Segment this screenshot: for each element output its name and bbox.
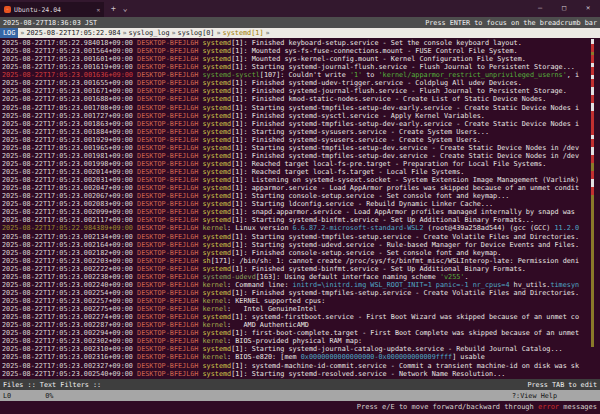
lnav-top-statusbar: 2025-08-27T18:36:03 JST Press ENTER to f… bbox=[0, 17, 600, 28]
minimize-button[interactable]: — bbox=[528, 0, 552, 17]
log-hostname: DESKTOP-BFEJL6H bbox=[137, 184, 202, 192]
scrollbar-mark bbox=[591, 179, 594, 187]
log-hostname: DESKTOP-BFEJL6H bbox=[137, 289, 202, 297]
log-line: 2025-08-22T17:05:23.001564+09:00 DESKTOP… bbox=[2, 47, 600, 55]
log-hostname: DESKTOP-BFEJL6H bbox=[137, 144, 202, 152]
log-line: 2025-08-22T17:05:23.002067+09:00 DESKTOP… bbox=[2, 192, 600, 200]
log-hostname: DESKTOP-BFEJL6H bbox=[137, 345, 202, 353]
tab-bar: ◦ Ubuntu-24.04 ✕ + ⌄ — □ ✕ bbox=[0, 0, 600, 17]
log-view[interactable]: 2025-08-22T17:05:22.984018+09:00 DESKTOP… bbox=[0, 38, 600, 379]
scrollbar-mark bbox=[591, 95, 594, 103]
breadcrumb[interactable]: LOG »2025-08-22T17:05:22.984»syslog_log»… bbox=[0, 28, 600, 38]
log-process: systemd bbox=[203, 208, 232, 216]
tab-edit-hint: Press TAB to edit bbox=[527, 381, 597, 389]
breadcrumb-items: »2025-08-22T17:05:22.984»syslog_log»sysl… bbox=[18, 29, 271, 37]
breadcrumb-item[interactable]: syslog_log bbox=[129, 29, 170, 37]
log-process: systemd bbox=[203, 87, 232, 95]
log-process: systemd bbox=[203, 241, 232, 249]
log-process: kernel bbox=[203, 224, 228, 232]
log-process: kernel bbox=[203, 305, 228, 313]
log-process: kernel bbox=[203, 321, 228, 329]
log-line: 2025-08-22T17:05:23.002240+09:00 DESKTOP… bbox=[2, 281, 600, 289]
new-tab-button[interactable]: + bbox=[111, 4, 116, 13]
tab-title: Ubuntu-24.04 bbox=[14, 6, 93, 14]
log-line: 2025-08-22T17:05:23.002164+09:00 DESKTOP… bbox=[2, 241, 600, 249]
log-hostname: DESKTOP-BFEJL6H bbox=[137, 216, 202, 224]
log-process: systemd-sysctl bbox=[203, 71, 260, 79]
log-hostname: DESKTOP-BFEJL6H bbox=[137, 313, 202, 321]
tab-dropdown-button[interactable]: ⌄ bbox=[123, 4, 128, 13]
log-process: systemd bbox=[203, 47, 232, 55]
scrollbar-mark bbox=[591, 87, 594, 95]
breadcrumb-item[interactable]: systemd[1] bbox=[223, 29, 264, 37]
log-hostname: DESKTOP-BFEJL6H bbox=[137, 176, 202, 184]
log-process: systemd bbox=[203, 329, 232, 337]
log-line: 2025-08-22T17:05:23.002316+09:00 DESKTOP… bbox=[2, 353, 600, 361]
log-line: 2025-08-22T17:05:23.001688+09:00 DESKTOP… bbox=[2, 95, 600, 103]
breadcrumb-hint-text: Press ENTER to focus on the breadcrumb b… bbox=[425, 19, 597, 27]
bottom-key-hint: Press e/E to move forward/backward throu… bbox=[0, 401, 600, 414]
scroll-percent: 0% bbox=[45, 392, 53, 400]
log-line: 2025-08-22T17:05:23.001929+09:00 DESKTOP… bbox=[2, 136, 600, 144]
log-line: 2025-08-22T17:05:23.001981+09:00 DESKTOP… bbox=[2, 152, 600, 160]
log-process: systemd bbox=[203, 176, 232, 184]
log-line: 2025-08-22T17:05:23.002099+09:00 DESKTOP… bbox=[2, 208, 600, 216]
log-hostname: DESKTOP-BFEJL6H bbox=[137, 337, 202, 345]
log-process: systemd bbox=[203, 216, 232, 224]
tab-close-icon[interactable]: ✕ bbox=[96, 6, 100, 13]
log-hostname: DESKTOP-BFEJL6H bbox=[137, 362, 202, 370]
hint-error-word: error bbox=[538, 403, 559, 411]
log-hostname: DESKTOP-BFEJL6H bbox=[137, 233, 202, 241]
log-hostname: DESKTOP-BFEJL6H bbox=[137, 241, 202, 249]
log-line: 2025-08-22T17:05:23.002294+09:00 DESKTOP… bbox=[2, 329, 600, 337]
log-line: 2025-08-22T17:05:23.002182+09:00 DESKTOP… bbox=[2, 249, 600, 257]
log-process: systemd bbox=[203, 95, 232, 103]
log-hostname: DESKTOP-BFEJL6H bbox=[137, 321, 202, 329]
log-process: systemd bbox=[203, 168, 232, 176]
breadcrumb-separator: » bbox=[123, 29, 127, 37]
log-process: systemd bbox=[203, 233, 232, 241]
breadcrumb-item[interactable]: 2025-08-22T17:05:22.984 bbox=[26, 29, 120, 37]
breadcrumb-mode-badge[interactable]: LOG bbox=[0, 28, 18, 38]
log-hostname: DESKTOP-BFEJL6H bbox=[137, 329, 202, 337]
log-line: 2025-08-22T17:05:23.001619+09:00 DESKTOP… bbox=[2, 63, 600, 71]
log-hostname: DESKTOP-BFEJL6H bbox=[137, 87, 202, 95]
scrollbar-mark bbox=[591, 67, 594, 75]
log-hostname: DESKTOP-BFEJL6H bbox=[137, 112, 202, 120]
log-line: 2025-08-22T17:05:23.001998+09:00 DESKTOP… bbox=[2, 160, 600, 168]
log-process: systemd bbox=[203, 55, 232, 63]
log-line: 2025-08-22T17:05:22.984389+09:00 DESKTOP… bbox=[2, 224, 600, 232]
log-hostname: DESKTOP-BFEJL6H bbox=[137, 297, 202, 305]
log-process: systemd bbox=[203, 128, 232, 136]
log-line: 2025-08-22T17:05:23.001655+09:00 DESKTOP… bbox=[2, 79, 600, 87]
log-scrollbar[interactable] bbox=[591, 39, 594, 377]
log-process: systemd bbox=[203, 63, 232, 71]
log-hostname: DESKTOP-BFEJL6H bbox=[137, 353, 202, 361]
log-line: 2025-08-22T17:05:23.002287+09:00 DESKTOP… bbox=[2, 321, 600, 329]
clock-text: 2025-08-27T18:36:03 JST bbox=[3, 19, 97, 27]
scrollbar-mark bbox=[591, 163, 594, 171]
tab-ubuntu[interactable]: ◦ Ubuntu-24.04 ✕ bbox=[0, 2, 104, 17]
view-help-hint[interactable]: ?:View Help bbox=[512, 392, 557, 400]
log-process: systemd bbox=[203, 249, 232, 257]
log-hostname: DESKTOP-BFEJL6H bbox=[137, 128, 202, 136]
maximize-button[interactable]: □ bbox=[552, 0, 576, 17]
close-button[interactable]: ✕ bbox=[576, 0, 600, 17]
breadcrumb-item[interactable]: syslog[0] bbox=[178, 29, 215, 37]
log-process: kernel bbox=[203, 281, 228, 289]
log-line: 2025-08-22T17:05:23.002117+09:00 DESKTOP… bbox=[2, 216, 600, 224]
log-process: systemd bbox=[203, 200, 232, 208]
log-hostname: DESKTOP-BFEJL6H bbox=[137, 200, 202, 208]
log-process: kernel bbox=[203, 337, 228, 345]
scrollbar-mark bbox=[591, 55, 594, 63]
scrollbar-mark bbox=[591, 147, 594, 155]
log-process: systemd bbox=[203, 362, 232, 370]
log-line: 2025-08-22T17:05:23.002047+09:00 DESKTOP… bbox=[2, 184, 600, 192]
scrollbar-mark bbox=[591, 187, 594, 195]
log-hostname: DESKTOP-BFEJL6H bbox=[137, 55, 202, 63]
files-tabs-label[interactable]: Files :: Text Filters :: bbox=[3, 381, 101, 389]
position-info-bar: L0 0% ?:View Help bbox=[0, 390, 600, 401]
scrollbar-mark bbox=[591, 79, 594, 87]
log-line: 2025-08-22T17:05:23.002238+09:00 DESKTOP… bbox=[2, 273, 600, 281]
log-process: systemd bbox=[203, 39, 232, 47]
